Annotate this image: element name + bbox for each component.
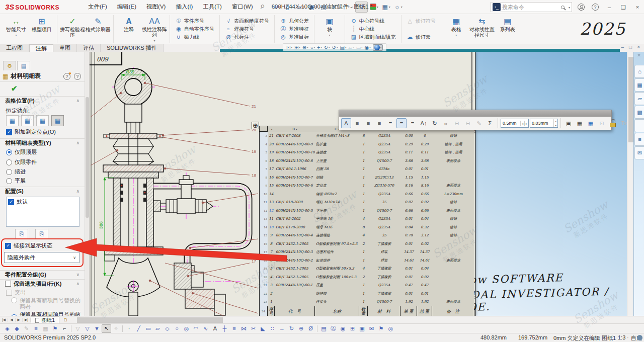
spin-left-icon[interactable]: ◂ xyxy=(520,121,524,126)
magnetic-line-button[interactable]: ∪磁力线 xyxy=(174,33,216,41)
item-no-cell[interactable]: 7 xyxy=(268,248,275,256)
circle-icon[interactable]: ○ xyxy=(172,324,182,333)
graphics-vertical-scrollbar[interactable] xyxy=(627,52,633,316)
spin-down-icon[interactable]: ▾ xyxy=(554,123,557,127)
material-cell[interactable]: 丁腈橡胶 xyxy=(368,273,400,282)
row-number-cell[interactable]: 16 xyxy=(260,240,268,248)
offset-entities-icon[interactable]: ≡ xyxy=(229,324,239,333)
unit-weight-cell[interactable]: 0.00 xyxy=(400,132,417,140)
remark-cell[interactable] xyxy=(432,165,474,174)
unit-weight-cell[interactable]: 14.37 xyxy=(400,248,417,256)
ok-check-icon[interactable]: ✔ xyxy=(11,84,18,93)
item-no-cell[interactable]: 13 xyxy=(268,198,275,207)
material-cell[interactable]: QT500-7 xyxy=(368,157,400,165)
link-display-state-checkbox[interactable]: 链接到显示状态 xyxy=(5,242,52,249)
code-cell[interactable]: GB/T 95-2002 xyxy=(275,215,315,223)
border-editor-icon[interactable]: ▦ xyxy=(586,118,596,128)
name-cell[interactable]: O型橡胶密封圈 100×5.3 xyxy=(315,273,359,282)
keep-missing-checkbox[interactable] xyxy=(5,281,11,287)
footer-material[interactable]: 材 料 xyxy=(368,306,400,316)
name-cell[interactable]: O型橡胶密封圈 50×5.3 xyxy=(315,265,359,273)
area-hatch-icon[interactable]: ⊞ xyxy=(348,324,357,333)
bom-table[interactable]: ▾B▾C▾▾E▾F▾Σ▾H▾ 3 21 GB/T 67-2008 开槽盘头螺钉 … xyxy=(259,126,474,316)
rotate-view-icon[interactable]: ↻▾ xyxy=(324,45,330,50)
unit-weight-cell[interactable]: 0.04 xyxy=(400,223,417,232)
remark-cell[interactable] xyxy=(432,240,474,248)
search-dropdown-icon[interactable]: ▾ xyxy=(569,6,570,9)
material-cell[interactable]: 焊装 xyxy=(368,256,400,265)
total-weight-cell[interactable]: 0.04 xyxy=(417,215,432,223)
cell-padding-spinner[interactable]: 0.5mm ◂▸ xyxy=(501,119,529,128)
name-cell[interactable]: 缸体组件 xyxy=(315,256,359,265)
home-icon[interactable]: ⌂▾ xyxy=(271,2,282,13)
format-painter-button[interactable]: ✎格式涂刷器 xyxy=(86,15,111,43)
last-sheet-button[interactable]: ▶| xyxy=(23,318,31,322)
balloon-button[interactable]: ①零件序号 xyxy=(174,17,216,25)
code-cell[interactable]: 600HZ44X-10Q-00-5 xyxy=(275,207,315,215)
anchor-top-right-button[interactable]: ▦ xyxy=(21,115,34,126)
chamfer-icon[interactable]: ◣ xyxy=(258,324,268,333)
spin-right-icon[interactable]: ▸ xyxy=(524,121,528,126)
material-cell[interactable]: 丁腈橡胶 xyxy=(368,240,400,248)
item-no-cell[interactable]: 17 xyxy=(268,165,275,174)
name-cell[interactable]: 压盖 xyxy=(315,281,359,290)
code-cell[interactable]: 600HZ44X-10Q-00-8 xyxy=(275,157,315,165)
center-mark-button[interactable]: ⊙中心符号线 xyxy=(349,17,397,25)
remark-cell[interactable]: L=230mm xyxy=(432,190,474,199)
row-number-cell[interactable]: 11 xyxy=(260,198,268,207)
name-cell[interactable]: 销轴 xyxy=(315,174,359,182)
name-cell[interactable]: 连接盘 xyxy=(315,148,359,157)
material-cell[interactable]: Q235A xyxy=(368,281,400,290)
section-part-configuration-grouping[interactable]: 零件配置分组(G)∨ xyxy=(0,270,85,279)
dissolve-missing-item-button[interactable]: ⎘ xyxy=(35,229,48,239)
row-number-cell[interactable]: 20 xyxy=(260,273,268,282)
remark-cell[interactable]: 表面喷涂 xyxy=(432,182,474,190)
sheet-scale[interactable]: 1:3 xyxy=(618,334,625,340)
smart-dimension-button[interactable]: ↔智能尺寸▾ xyxy=(4,15,29,43)
open-file-icon[interactable]: ▱▾ xyxy=(295,2,306,13)
code-cell[interactable]: 600HZ44X-10Q-00-4 xyxy=(275,231,315,240)
code-cell[interactable]: GB/T 6170-2000 xyxy=(275,223,315,232)
item-no-cell[interactable]: 16 xyxy=(268,174,275,182)
total-weight-cell[interactable]: 0.11 xyxy=(417,148,432,157)
code-cell[interactable] xyxy=(275,298,315,306)
attach-to-anchor-checkbox[interactable]: 附加到定位点(O) xyxy=(6,128,56,136)
material-cell[interactable]: 丁腈橡胶 xyxy=(368,265,400,273)
restore-button[interactable]: ❑ xyxy=(620,4,627,11)
unit-weight-cell[interactable]: 0.11 xyxy=(400,148,417,157)
menu-item[interactable]: 窗口(W) xyxy=(227,2,258,12)
scrollbar-thumb[interactable] xyxy=(77,317,223,323)
code-cell[interactable]: 600HZ44X-10Q-00-1 xyxy=(275,281,315,290)
zoom-to-fit-icon[interactable]: ⊡▾ xyxy=(286,45,292,50)
bom-column-header[interactable]: ▾ xyxy=(268,126,275,132)
name-cell[interactable]: 防护盖 xyxy=(315,140,359,149)
series-table-button[interactable]: ▤系列表 xyxy=(495,15,520,43)
unit-weight-cell[interactable]: 0.47 xyxy=(400,281,417,290)
radio-flattened[interactable]: 平展 xyxy=(6,177,26,185)
material-cell[interactable]: QT500-7 xyxy=(368,298,400,306)
command-tab[interactable]: 工程图 xyxy=(0,44,29,52)
footer-qty[interactable]: 数量 xyxy=(359,306,368,316)
material-cell[interactable]: Q235A xyxy=(368,148,400,157)
file-properties-icon[interactable]: ▦▾ xyxy=(380,2,392,13)
geometric-tolerance-button[interactable]: ⊕几何公差 xyxy=(278,17,310,25)
spell-check-button[interactable]: ✓拼写检验程序 xyxy=(60,15,85,43)
item-no-cell[interactable]: 3 xyxy=(268,281,275,290)
text-size-icon[interactable]: A↑ xyxy=(419,118,429,128)
item-no-cell[interactable]: 21 xyxy=(268,132,275,140)
total-weight-cell[interactable]: 1.92 xyxy=(417,298,432,306)
qty-cell[interactable]: 1 xyxy=(359,174,368,182)
select-tool-icon[interactable]: ↖▾ xyxy=(355,2,368,13)
code-cell[interactable]: GB/T 3452.1-2005 xyxy=(275,240,315,248)
qty-cell[interactable]: 4 xyxy=(359,215,368,223)
row-number-cell[interactable]: 10 xyxy=(260,190,268,199)
radio-top-level-only[interactable]: 仅限顶层 xyxy=(6,148,37,156)
unit-weight-cell[interactable]: 0.02 xyxy=(400,198,417,207)
code-cell[interactable] xyxy=(275,290,315,298)
section-configurations[interactable]: 配置(S)∧ xyxy=(0,187,85,195)
section-bom-type[interactable]: 材料明细表类型(Y)∧ xyxy=(0,138,85,147)
material-cell[interactable]: Q235A xyxy=(368,140,400,149)
code-cell[interactable]: 600HZ44X-10Q-00-10 xyxy=(275,148,315,157)
rebuild-traffic-light-icon[interactable]: ▾ xyxy=(368,2,380,13)
menu-item[interactable]: 视图(V) xyxy=(142,2,170,12)
